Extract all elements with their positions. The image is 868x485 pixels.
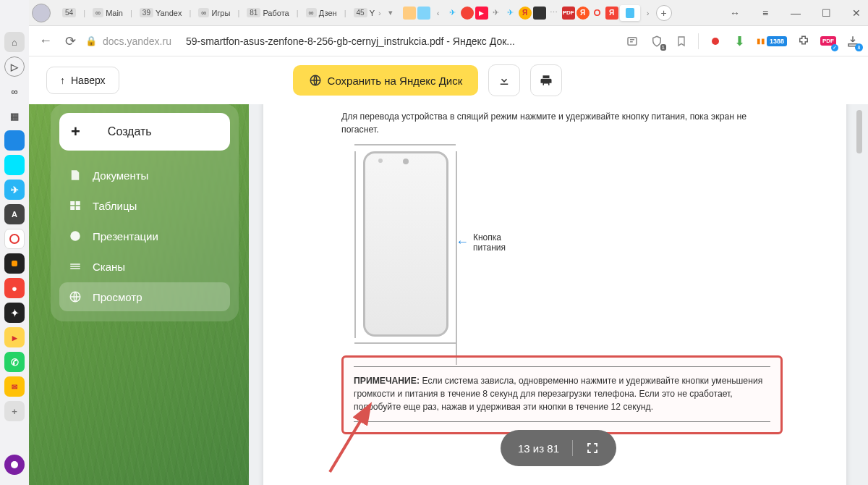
create-button-label: Создать	[108, 125, 152, 138]
shield-icon[interactable]: 1	[649, 33, 665, 49]
svg-rect-3	[76, 201, 80, 205]
ext-icon[interactable]	[403, 7, 416, 20]
tab-item[interactable]: ∞Игры	[194, 7, 234, 19]
ext-icon[interactable]	[461, 7, 474, 20]
dock-whatsapp-icon[interactable]: ✆	[4, 352, 25, 372]
downloads-tray-icon[interactable]: 8	[845, 33, 861, 49]
dock-telegram-icon[interactable]: ✈	[4, 180, 25, 200]
dock-app-icon[interactable]	[4, 130, 25, 151]
ext-icon[interactable]	[533, 7, 546, 20]
tab-item[interactable]: ∞Main	[88, 7, 127, 19]
pdf-icon[interactable]: PDF	[562, 7, 575, 20]
menu-icon[interactable]: ≡	[757, 4, 774, 22]
disk-icon	[309, 74, 322, 87]
dock-app-icon[interactable]	[4, 229, 25, 249]
globe-icon	[68, 290, 82, 304]
up-button-label: Наверх	[71, 75, 106, 86]
dock-infinity-icon[interactable]: ∞	[4, 81, 25, 101]
counter-badge[interactable]: ▮▮ 1388	[757, 33, 787, 49]
svg-rect-5	[76, 206, 80, 210]
ext-icon[interactable]: ✈	[490, 7, 503, 20]
dock-assistant-icon[interactable]	[4, 455, 25, 475]
sidebar-item-view[interactable]: Просмотр	[59, 282, 230, 311]
phone-illustration	[363, 151, 448, 337]
sidebar-item-scans[interactable]: Сканы	[59, 252, 230, 281]
print-button[interactable]	[530, 64, 562, 96]
tab-item[interactable]: 81Работа	[242, 7, 293, 19]
arrow-left-icon: ←	[456, 235, 469, 250]
history-icon[interactable]: ↔	[726, 4, 744, 22]
save-button-label: Сохранить на Яндекс Диск	[328, 75, 463, 87]
opera-icon[interactable]: O	[591, 7, 604, 20]
dock-pin-icon[interactable]: ●	[4, 278, 25, 298]
yandex-icon[interactable]: Я	[576, 7, 590, 20]
tab-item[interactable]: 54	[58, 7, 80, 19]
ext-icon[interactable]: ⋯	[548, 7, 561, 20]
up-button[interactable]: ↑ Наверх	[46, 67, 119, 94]
pdf-tool-icon[interactable]: PDF ✓	[820, 33, 836, 49]
yandex-icon[interactable]: Я	[519, 7, 532, 20]
window-titlebar: 54 | ∞Main | 39Yandex | ∞Игры | 81Работа…	[0, 0, 868, 26]
plus-icon: +	[71, 122, 80, 141]
document-icon	[68, 168, 82, 182]
fullscreen-button[interactable]	[586, 442, 599, 455]
tab-item[interactable]: 45Y›	[349, 7, 386, 19]
document-action-bar: ↑ Наверх Сохранить на Яндекс Диск	[29, 56, 868, 104]
dock-add-icon[interactable]: +	[4, 401, 25, 421]
youtube-icon[interactable]: ▶	[475, 7, 488, 20]
reload-button[interactable]: ⟳	[61, 32, 80, 51]
download-icon[interactable]: ⬇	[732, 33, 748, 49]
sidebar-panel: + Создать Документы Таблицы	[51, 104, 239, 321]
document-viewer[interactable]: Для перевода устройства в спящий режим н…	[249, 104, 868, 485]
minimize-button[interactable]: —	[787, 4, 804, 22]
sidebar-item-label: Таблицы	[93, 200, 137, 212]
sidebar-item-documents[interactable]: Документы	[59, 161, 230, 190]
tab-item-active[interactable]	[620, 5, 640, 21]
new-tab-button[interactable]: +	[656, 5, 672, 21]
content-area: ↑ Наверх Сохранить на Яндекс Диск + Созд…	[29, 56, 868, 485]
page-title: 59-smartfon-asus-zenfone-8-256-gb-cernyj…	[186, 35, 618, 47]
ext-icon[interactable]: ✈	[504, 7, 517, 20]
maximize-button[interactable]: ☐	[817, 4, 835, 22]
dock-app-icon[interactable]: ✦	[4, 303, 25, 323]
dock-mail-icon[interactable]: ✉	[4, 376, 25, 397]
svg-rect-2	[70, 201, 75, 205]
dock-music-icon[interactable]: ▸	[4, 327, 25, 347]
chevron-right-icon[interactable]: ›	[642, 7, 655, 20]
yandex-icon[interactable]: Я	[605, 7, 618, 20]
ext-icon[interactable]	[417, 7, 430, 20]
dock-home-icon[interactable]: ⌂	[4, 32, 25, 52]
sidebar-item-label: Презентации	[93, 230, 158, 242]
lock-icon: 🔒	[85, 35, 97, 46]
doc-paragraph: Для перевода устройства в спящий режим н…	[341, 110, 783, 137]
url-host: docs.yandex.ru	[103, 35, 171, 47]
chevron-left-icon[interactable]: ‹	[432, 7, 445, 20]
window-controls: ↔ ≡ — ☐ ✕	[726, 0, 865, 26]
extensions-icon[interactable]	[796, 33, 812, 49]
bookmark-icon[interactable]	[673, 33, 689, 49]
dock-app-icon[interactable]	[4, 253, 25, 274]
close-button[interactable]: ✕	[848, 4, 865, 22]
profile-avatar[interactable]	[32, 4, 51, 22]
record-icon[interactable]	[707, 33, 723, 49]
power-button-label: ← Кнопка питания	[456, 232, 506, 253]
dock-play-icon[interactable]: ▷	[4, 56, 25, 77]
back-button[interactable]: ←	[36, 32, 55, 51]
scrollbar-thumb[interactable]	[856, 110, 862, 153]
sidebar-item-tables[interactable]: Таблицы	[59, 191, 230, 220]
dock-letter-icon[interactable]: А	[4, 204, 25, 224]
create-button[interactable]: + Создать	[59, 113, 230, 151]
tab-item[interactable]: 39Yandex	[135, 7, 187, 19]
download-button[interactable]	[488, 64, 520, 96]
address-bar[interactable]: 🔒 docs.yandex.ru	[85, 35, 171, 47]
sidebar-item-presentations[interactable]: Презентации	[59, 222, 230, 250]
tab-item[interactable]: ∞Дзен	[302, 7, 341, 19]
piechart-icon	[68, 229, 82, 243]
scan-icon	[68, 259, 82, 274]
arrow-up-icon: ↑	[60, 75, 65, 86]
save-to-disk-button[interactable]: Сохранить на Яндекс Диск	[293, 65, 479, 96]
dock-grid-icon[interactable]: ▦	[4, 106, 25, 126]
ext-icon[interactable]: ✈	[446, 7, 459, 20]
dock-app-icon[interactable]	[4, 155, 25, 175]
reader-icon[interactable]	[624, 33, 640, 49]
